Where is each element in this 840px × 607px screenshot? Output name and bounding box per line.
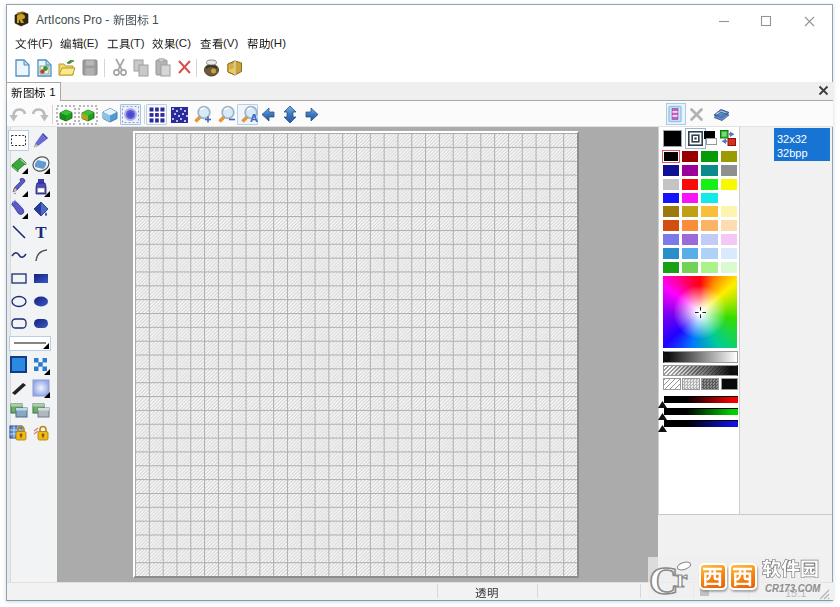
svg-text:T: T (35, 223, 47, 242)
svg-text:A: A (250, 112, 258, 124)
svg-text:C: C (649, 557, 679, 601)
